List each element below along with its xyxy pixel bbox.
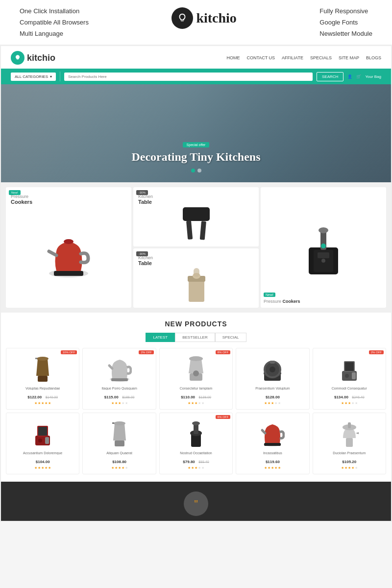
product-img-2 bbox=[87, 352, 151, 384]
nav-contact[interactable]: CONTACT US bbox=[246, 55, 275, 60]
svg-rect-13 bbox=[189, 280, 204, 302]
product-price-3: $110.00 bbox=[181, 395, 195, 399]
product-name-5: Commodi Consequatur bbox=[317, 387, 382, 390]
site-header: kitchio HOME CONTACT US AFFILIATE SPECIA… bbox=[1, 46, 391, 69]
svg-point-42 bbox=[114, 421, 125, 425]
feature-compatible: Compatible All Browsers bbox=[20, 19, 89, 26]
hero-dot-1[interactable] bbox=[191, 169, 195, 172]
product-pricing-2: $115.00 $188.00 bbox=[87, 392, 151, 400]
main-logo-text: kitchio bbox=[196, 10, 236, 26]
product-price-6: $104.00 bbox=[36, 460, 50, 464]
cart-icon[interactable]: 🛒 bbox=[356, 74, 361, 79]
hero-banner: Special offer Decorating Tiny Kitchens bbox=[1, 84, 391, 182]
category-select[interactable]: ALL CATEGORIES ▾ bbox=[11, 73, 56, 81]
tab-bestseller[interactable]: BESTSELLER bbox=[175, 333, 215, 342]
product-price-8: $79.80 bbox=[183, 460, 195, 464]
svg-rect-16 bbox=[194, 268, 199, 277]
nav-bar: ALL CATEGORIES ▾ SEARCH 👤 🛒 Your Bag bbox=[1, 69, 391, 84]
nav-specials[interactable]: SPECIALS bbox=[310, 55, 332, 60]
hero-badge: Special offer bbox=[183, 142, 210, 147]
nav-icons: 👤 🛒 Your Bag bbox=[347, 74, 381, 79]
footer-avatar: " bbox=[184, 491, 208, 516]
site-logo-text: kitchio bbox=[27, 53, 55, 63]
product-card-6[interactable]: Accusantium Doloremque $104.00 ★★★★★ bbox=[6, 413, 79, 474]
product-card-7[interactable]: Aliquam Quaerat $108.80 ★★★★★ bbox=[82, 413, 156, 474]
logo-icon bbox=[172, 7, 193, 29]
tab-special[interactable]: SPECIAL bbox=[215, 333, 246, 342]
product-card-5[interactable]: 2% OFF Commodi Consequatur $134.00 $246.… bbox=[313, 348, 386, 410]
promo-badge-1: New! bbox=[9, 190, 21, 195]
product-stars-9: ★★★★★ bbox=[240, 466, 305, 470]
promo-title-4: Kitchen Table bbox=[138, 255, 153, 266]
svg-rect-5 bbox=[199, 221, 206, 240]
top-logo-center: kitchio bbox=[172, 7, 236, 29]
product-pricing-10: $105.20 bbox=[317, 456, 382, 465]
product-badge-8: 6% OFF bbox=[216, 415, 230, 419]
product-stars-4: ★★★★★ bbox=[240, 401, 305, 405]
hero-dots bbox=[131, 169, 260, 172]
promo-img-4 bbox=[138, 266, 254, 303]
svg-rect-43 bbox=[112, 422, 114, 424]
svg-point-2 bbox=[64, 239, 74, 244]
product-stars-1: ★★★★★ bbox=[10, 401, 75, 405]
promo-img-2 bbox=[138, 205, 254, 242]
nav-blogs[interactable]: BLOGS bbox=[366, 55, 381, 60]
product-card-8[interactable]: 6% OFF Nostrud Occaeitation $79.80 $93.4… bbox=[159, 413, 233, 474]
svg-point-18 bbox=[37, 357, 49, 361]
bag-label: Your Bag bbox=[365, 74, 381, 79]
site-header-top: kitchio HOME CONTACT US AFFILIATE SPECIA… bbox=[11, 51, 381, 69]
svg-point-35 bbox=[345, 374, 349, 378]
product-stars-3: ★★★★★ bbox=[164, 401, 228, 405]
site-logo: kitchio bbox=[11, 51, 55, 65]
promo-title-1: Pressure Cookers bbox=[11, 194, 32, 205]
product-stars-6: ★★★★★ bbox=[10, 466, 75, 470]
product-pricing-8: $79.80 $93.40 bbox=[164, 456, 228, 465]
user-icon[interactable]: 👤 bbox=[347, 74, 352, 79]
promo-card-2[interactable]: -30% Kitchen Table bbox=[133, 187, 259, 246]
product-card-1[interactable]: 10% OFF Voluptas Repudiandae $122.00 $14… bbox=[6, 348, 79, 410]
product-pricing-5: $134.00 $246.40 bbox=[317, 392, 382, 400]
nav-affiliate[interactable]: AFFILIATE bbox=[282, 55, 303, 60]
product-img-6 bbox=[10, 417, 75, 449]
product-pricing-1: $122.00 $140.00 bbox=[10, 392, 75, 400]
promo-card-4[interactable]: -30% Kitchen Table bbox=[133, 248, 259, 308]
svg-rect-17 bbox=[38, 376, 48, 382]
product-price-5: $134.00 bbox=[334, 395, 348, 399]
promo-card-1[interactable]: New! Pressure Cookers bbox=[6, 187, 131, 308]
svg-point-9 bbox=[318, 227, 328, 233]
svg-point-24 bbox=[193, 370, 199, 376]
product-card-3[interactable]: 8% OFF Consectetur Iamplam $110.00 $138.… bbox=[159, 348, 233, 410]
product-name-1: Voluptas Repudiandae bbox=[10, 387, 75, 390]
search-button[interactable]: SEARCH bbox=[317, 72, 343, 81]
hero-dot-2[interactable] bbox=[197, 169, 201, 172]
svg-rect-39 bbox=[45, 437, 49, 444]
product-name-2: Itaque Porro Quisquam bbox=[87, 387, 151, 390]
product-pricing-3: $110.00 $138.00 bbox=[164, 392, 228, 400]
svg-rect-41 bbox=[115, 441, 124, 446]
promo-title-3: New! Pressure Cookers bbox=[264, 289, 300, 304]
product-card-10[interactable]: Duciolan Praesentum $105.20 ★★★★★ bbox=[313, 413, 386, 474]
product-tabs[interactable]: LATEST BESTSELLER SPECIAL bbox=[6, 333, 386, 342]
product-old-price-1: $140.00 bbox=[46, 395, 58, 399]
product-stars-2: ★★★★★ bbox=[87, 401, 151, 405]
svg-rect-11 bbox=[318, 252, 329, 258]
product-price-2: $115.00 bbox=[104, 395, 119, 399]
promo-card-3[interactable]: New! Pressure Cookers bbox=[261, 187, 386, 308]
site-nav[interactable]: HOME CONTACT US AFFILIATE SPECIALS SITE … bbox=[226, 55, 381, 60]
product-badge-3: 8% OFF bbox=[216, 350, 230, 354]
product-price-10: $105.20 bbox=[342, 460, 356, 464]
product-card-2[interactable]: 2% OFF Itaque Porro Quisquam $115.00 $18… bbox=[82, 348, 156, 410]
nav-sitemap[interactable]: SITE MAP bbox=[339, 55, 359, 60]
product-card-4[interactable]: Praesentium Voluptum $128.00 ★★★★★ bbox=[236, 348, 309, 410]
product-name-6: Accusantium Doloremque bbox=[10, 451, 75, 455]
tab-latest[interactable]: LATEST bbox=[146, 333, 175, 342]
product-name-7: Aliquam Quaerat bbox=[87, 451, 151, 455]
svg-rect-21 bbox=[111, 378, 128, 381]
svg-point-23 bbox=[189, 356, 203, 361]
product-price-7: $108.80 bbox=[112, 460, 126, 464]
promo-title-2: Kitchen Table bbox=[138, 194, 153, 205]
product-card-9[interactable]: Incassatibus $119.60 ★★★★★ bbox=[236, 413, 309, 474]
search-input[interactable] bbox=[64, 73, 313, 81]
nav-home[interactable]: HOME bbox=[226, 55, 240, 60]
product-img-1 bbox=[10, 352, 75, 384]
